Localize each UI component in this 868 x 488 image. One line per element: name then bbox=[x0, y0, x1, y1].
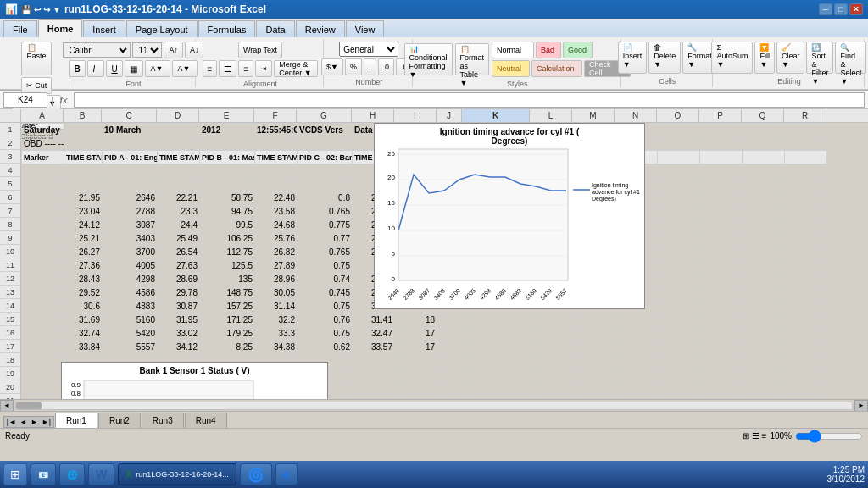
cell-r7-c5[interactable]: 94.75 bbox=[200, 205, 255, 219]
tab-insert[interactable]: Insert bbox=[83, 20, 125, 37]
col-header-e[interactable]: E bbox=[199, 109, 254, 122]
cell-r20-c12[interactable] bbox=[531, 381, 573, 395]
cell-r6-c5[interactable]: 58.75 bbox=[200, 191, 255, 205]
cell-r3-c3[interactable]: PID A - 01: Engine RP bbox=[103, 151, 158, 164]
cell-r17-c10[interactable] bbox=[437, 341, 463, 354]
cell-r19-c15[interactable] bbox=[658, 368, 700, 381]
row-num-13[interactable]: 13 bbox=[0, 286, 20, 299]
cell-r14-c15[interactable] bbox=[658, 300, 700, 313]
bold-button[interactable]: B bbox=[69, 60, 86, 77]
cell-r21-c16[interactable] bbox=[700, 395, 743, 400]
currency-button[interactable]: $▼ bbox=[321, 58, 343, 75]
cell-r16-c17[interactable] bbox=[743, 327, 785, 341]
cell-r16-c15[interactable] bbox=[658, 327, 700, 341]
merge-center-button[interactable]: Merge & Center ▼ bbox=[274, 60, 318, 77]
formula-input[interactable] bbox=[74, 92, 865, 108]
cell-r21-c9[interactable] bbox=[395, 395, 437, 400]
col-header-r[interactable]: R bbox=[784, 109, 826, 122]
cell-r16-c13[interactable] bbox=[573, 327, 615, 341]
cell-r12-c16[interactable] bbox=[700, 273, 743, 286]
cell-r3-c1[interactable]: Marker bbox=[22, 151, 64, 164]
cell-r16-c16[interactable] bbox=[700, 327, 743, 341]
start-button[interactable]: ⊞ bbox=[3, 463, 27, 485]
cell-r8-c4[interactable]: 24.4 bbox=[158, 219, 200, 232]
cell-r3-c6[interactable]: TIME STAMP bbox=[255, 151, 298, 164]
cell-r17-c13[interactable] bbox=[573, 341, 615, 354]
cell-r17-c7[interactable]: 0.62 bbox=[298, 341, 353, 354]
calculation-style-button[interactable]: Calculation bbox=[531, 60, 582, 77]
tab-page-layout[interactable]: Page Layout bbox=[126, 20, 198, 37]
cell-r12-c2[interactable]: 28.43 bbox=[64, 273, 103, 286]
cell-r19-c13[interactable] bbox=[573, 368, 615, 381]
cell-r3-c2[interactable]: TIME STAMP bbox=[64, 151, 103, 164]
cell-r14-c2[interactable]: 30.6 bbox=[64, 300, 103, 313]
cell-r16-c11[interactable] bbox=[463, 327, 531, 341]
cell-r7-c1[interactable] bbox=[22, 205, 64, 219]
align-left-button[interactable]: ≡ bbox=[203, 60, 218, 77]
cell-r21-c10[interactable] bbox=[437, 395, 463, 400]
cell-r7-c4[interactable]: 23.3 bbox=[158, 205, 200, 219]
number-format-select[interactable]: General bbox=[339, 42, 398, 57]
cell-r8-c18[interactable] bbox=[785, 219, 827, 232]
row-num-19[interactable]: 19 bbox=[0, 367, 20, 380]
cell-r16-c3[interactable]: 5420 bbox=[103, 327, 158, 341]
cell-r14-c6[interactable]: 31.14 bbox=[255, 300, 298, 313]
cell-r2-c18[interactable] bbox=[785, 137, 827, 151]
cell-r7-c16[interactable] bbox=[700, 205, 743, 219]
cell-r12-c17[interactable] bbox=[743, 273, 785, 286]
cell-r20-c15[interactable] bbox=[658, 381, 700, 395]
fill-button[interactable]: 🔽Fill▼ bbox=[754, 42, 775, 74]
name-box[interactable] bbox=[3, 92, 47, 108]
cell-r14-c17[interactable] bbox=[743, 300, 785, 313]
cell-r7-c3[interactable]: 2788 bbox=[103, 205, 158, 219]
cell-r20-c1[interactable] bbox=[22, 381, 64, 395]
col-header-m[interactable]: M bbox=[572, 109, 615, 122]
cell-r16-c14[interactable] bbox=[615, 327, 658, 341]
col-header-c[interactable]: C bbox=[102, 109, 157, 122]
cell-r5-c2[interactable] bbox=[64, 178, 103, 191]
cell-r8-c3[interactable]: 3087 bbox=[103, 219, 158, 232]
border-button[interactable]: ▦ bbox=[125, 60, 143, 77]
chart1-container[interactable]: Bank 1 Sensor 1 Status ( V) 0 0.1 0.2 0.… bbox=[61, 362, 328, 399]
cell-r14-c4[interactable]: 30.87 bbox=[158, 300, 200, 313]
font-name-select[interactable]: Calibri bbox=[63, 42, 131, 58]
cell-r6-c15[interactable] bbox=[658, 191, 700, 205]
cell-r13-c3[interactable]: 4586 bbox=[103, 286, 158, 300]
col-header-l[interactable]: L bbox=[530, 109, 572, 122]
cell-r20-c8[interactable] bbox=[353, 381, 395, 395]
minimize-button[interactable]: ─ bbox=[819, 3, 832, 15]
cell-r16-c7[interactable]: 0.75 bbox=[298, 327, 353, 341]
cell-r15-c1[interactable] bbox=[22, 313, 64, 327]
row-num-6[interactable]: 6 bbox=[0, 191, 20, 204]
cell-r4-c5[interactable] bbox=[200, 164, 255, 178]
cell-r1-c3[interactable]: 10 March bbox=[103, 124, 158, 137]
cell-r16-c8[interactable]: 32.47 bbox=[353, 327, 395, 341]
cell-r15-c4[interactable]: 31.95 bbox=[158, 313, 200, 327]
cell-r20-c17[interactable] bbox=[743, 381, 785, 395]
cell-r18-c9[interactable] bbox=[395, 354, 437, 368]
row-num-20[interactable]: 20 bbox=[0, 380, 20, 394]
wrap-text-button[interactable]: Wrap Text bbox=[238, 42, 282, 58]
cell-r3-c5[interactable]: PID B - 01: Mass Air Fl bbox=[200, 151, 255, 164]
cell-r6-c18[interactable] bbox=[785, 191, 827, 205]
col-header-h[interactable]: H bbox=[352, 109, 394, 122]
row-num-17[interactable]: 17 bbox=[0, 340, 20, 353]
align-center-button[interactable]: ☰ bbox=[219, 60, 236, 77]
conditional-formatting-button[interactable]: 📊ConditionalFormatting ▼ bbox=[404, 43, 453, 75]
cell-r17-c12[interactable] bbox=[531, 341, 573, 354]
cell-r5-c17[interactable] bbox=[743, 178, 785, 191]
cell-r9-c17[interactable] bbox=[743, 232, 785, 246]
cell-r5-c6[interactable] bbox=[255, 178, 298, 191]
cell-r17-c5[interactable]: 8.25 bbox=[200, 341, 255, 354]
taskbar-app-word[interactable]: W bbox=[88, 463, 114, 485]
cell-r2-c5[interactable] bbox=[200, 137, 255, 151]
cell-r21-c14[interactable] bbox=[615, 395, 658, 400]
cell-r16-c2[interactable]: 32.74 bbox=[64, 327, 103, 341]
cell-r2-c3[interactable] bbox=[103, 137, 158, 151]
cell-r18-c14[interactable] bbox=[615, 354, 658, 368]
cell-r12-c15[interactable] bbox=[658, 273, 700, 286]
format-as-table-button[interactable]: 📋Format asTable ▼ bbox=[455, 43, 490, 75]
cell-r4-c7[interactable] bbox=[298, 164, 353, 178]
cell-r15-c8[interactable]: 31.41 bbox=[353, 313, 395, 327]
row-num-4[interactable]: 4 bbox=[0, 164, 20, 177]
